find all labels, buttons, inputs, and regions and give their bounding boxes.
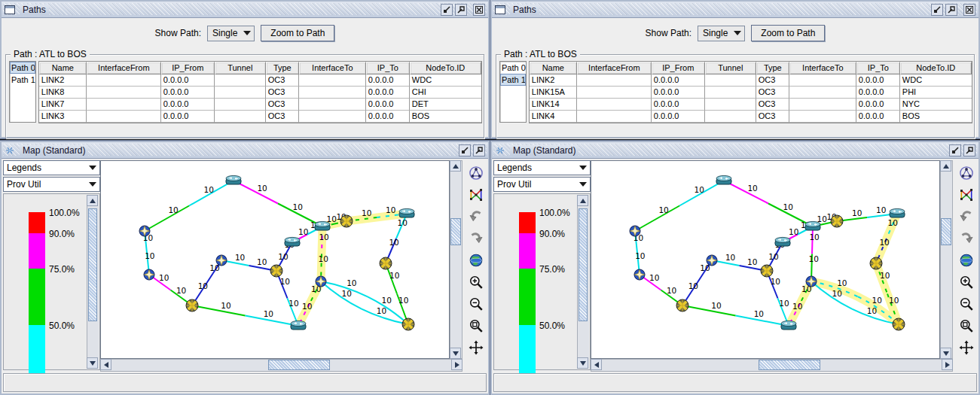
column-header[interactable]: Tunnel [215, 62, 266, 74]
zoom-out-icon[interactable] [957, 295, 975, 313]
zoom-box-icon[interactable] [957, 317, 975, 335]
close-icon[interactable] [963, 4, 975, 16]
scroll-up-icon[interactable] [87, 195, 98, 206]
map-node-star[interactable] [806, 276, 817, 287]
globe-icon[interactable] [957, 251, 975, 269]
map-link[interactable] [682, 305, 736, 316]
pan-icon[interactable] [957, 339, 975, 357]
map-node-router[interactable] [285, 237, 300, 246]
legend-scrollbar[interactable] [87, 195, 99, 369]
column-header[interactable]: Tunnel [705, 62, 756, 74]
column-header[interactable]: InterfaceTo [789, 62, 856, 74]
table-row[interactable]: LINK20.0.0.0OC30.0.0.0WDC [530, 74, 972, 87]
column-header[interactable]: Name [530, 62, 577, 74]
column-header[interactable]: Type [266, 62, 299, 74]
map-node-star[interactable] [139, 226, 150, 236]
map-node-cross[interactable] [270, 265, 282, 277]
map-node-cross[interactable] [761, 265, 773, 277]
map-node-router[interactable] [805, 221, 820, 230]
maximize-icon[interactable] [455, 4, 467, 16]
layout-icon[interactable] [467, 186, 485, 204]
map-node-star[interactable] [316, 276, 326, 287]
pan-icon[interactable] [467, 339, 485, 357]
scroll-down-icon[interactable] [940, 348, 951, 359]
column-header[interactable]: NodeTo.ID [410, 62, 481, 74]
map-node-cross[interactable] [831, 215, 843, 227]
undo-icon[interactable] [467, 208, 485, 226]
column-header[interactable]: IP_To [366, 62, 410, 74]
scrollbar-thumb[interactable] [759, 360, 820, 370]
scrollbar-thumb[interactable] [88, 208, 97, 321]
map-node-router[interactable] [775, 237, 790, 246]
map-node-router[interactable] [291, 321, 306, 330]
path-list[interactable]: Path 0Path 1 [499, 61, 527, 123]
column-header[interactable]: IP_From [652, 62, 705, 74]
map-vertical-scrollbar[interactable] [940, 160, 953, 359]
table-row[interactable]: LINK40.0.0.0OC30.0.0.0BOS [530, 111, 972, 123]
path-list-item[interactable]: Path 1 [500, 74, 526, 86]
column-header[interactable]: NodeTo.ID [900, 62, 972, 74]
map-node-router[interactable] [781, 321, 796, 330]
path-list-item[interactable]: Path 0 [500, 62, 526, 74]
zoom-box-icon[interactable] [467, 317, 485, 335]
minimize-icon[interactable] [931, 4, 943, 16]
map-node-router[interactable] [315, 221, 330, 230]
zoom-to-path-button[interactable]: Zoom to Path [751, 25, 825, 41]
table-row[interactable]: LINK80.0.0.0OC30.0.0.0CHI [39, 87, 481, 99]
map-node-star[interactable] [707, 255, 717, 266]
map-canvas[interactable]: 1010101010101010101010101010101010101010… [100, 160, 450, 359]
map-node-cross[interactable] [340, 215, 353, 227]
map-node-star[interactable] [634, 269, 645, 280]
column-header[interactable]: IP_From [161, 62, 215, 74]
map-node-cross[interactable] [893, 318, 905, 330]
scroll-right-icon[interactable] [451, 359, 463, 370]
table-row[interactable]: LINK70.0.0.0OC30.0.0.0DET [39, 99, 481, 111]
topology-icon[interactable] [957, 164, 975, 182]
map-canvas[interactable]: 1010101010101010101010101010101010101010… [591, 160, 940, 359]
map-node-router[interactable] [890, 208, 905, 217]
globe-icon[interactable] [467, 251, 485, 269]
maximize-icon[interactable] [963, 144, 975, 156]
table-row[interactable]: LINK20.0.0.0OC30.0.0.0WDC [39, 74, 481, 87]
column-header[interactable]: Type [756, 62, 789, 74]
column-header[interactable]: InterfaceFrom [577, 62, 652, 74]
path-list[interactable]: Path 0Path 1 [9, 61, 36, 123]
scroll-left-icon[interactable] [100, 359, 111, 370]
scroll-up-icon[interactable] [940, 160, 951, 172]
map-node-cross[interactable] [676, 299, 688, 311]
redo-icon[interactable] [957, 229, 975, 248]
map-vertical-scrollbar[interactable] [450, 160, 463, 359]
map-horizontal-scrollbar[interactable] [591, 359, 953, 372]
map-node-cross[interactable] [402, 318, 414, 330]
show-path-select[interactable]: Single [698, 26, 745, 41]
scrollbar-thumb[interactable] [450, 218, 461, 245]
column-header[interactable]: InterfaceTo [299, 62, 366, 74]
scroll-up-icon[interactable] [577, 195, 588, 206]
map-node-star[interactable] [144, 269, 154, 280]
map-link[interactable] [145, 206, 189, 232]
paths-titlebar[interactable]: Paths [492, 2, 978, 18]
legend-scrollbar[interactable] [577, 195, 589, 369]
map-link[interactable] [635, 206, 679, 232]
path-list-item[interactable]: Path 1 [10, 74, 35, 86]
map-node-cross[interactable] [186, 299, 198, 311]
zoom-to-path-button[interactable]: Zoom to Path [261, 25, 334, 41]
column-header[interactable]: InterfaceFrom [87, 62, 161, 74]
undo-icon[interactable] [957, 208, 975, 226]
map-horizontal-scrollbar[interactable] [100, 359, 463, 372]
map-link[interactable] [192, 305, 246, 316]
legends-select[interactable]: Legends [493, 160, 591, 175]
maximize-icon[interactable] [945, 4, 957, 16]
close-icon[interactable] [473, 4, 485, 16]
topology-icon[interactable] [467, 164, 485, 182]
map-node-star[interactable] [630, 226, 640, 236]
table-row[interactable]: LINK30.0.0.0OC30.0.0.0BOS [39, 111, 481, 123]
map-titlebar[interactable]: Map (Standard) [492, 142, 978, 159]
path-list-item[interactable]: Path 0 [10, 62, 35, 74]
scroll-right-icon[interactable] [942, 359, 953, 370]
map-node-router[interactable] [716, 175, 731, 184]
maximize-icon[interactable] [473, 144, 485, 156]
zoom-in-icon[interactable] [467, 273, 485, 291]
legends-select[interactable]: Legends [3, 160, 100, 175]
map-node-router[interactable] [399, 208, 414, 217]
